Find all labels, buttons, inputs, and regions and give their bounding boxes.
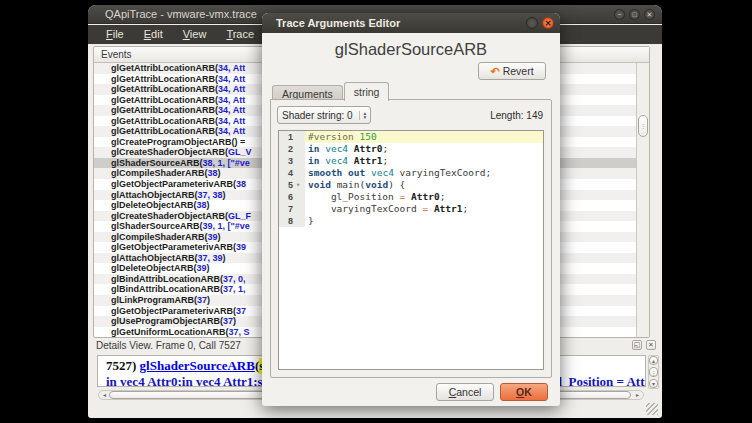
token-kw: smooth (308, 167, 342, 178)
event-close-paren: ) (207, 295, 210, 305)
fold-gutter (296, 167, 305, 179)
dialog-titlebar[interactable]: Trace Arguments Editor ✕ (262, 13, 560, 33)
event-close-paren: ) (233, 316, 236, 326)
dialog-title: Trace Arguments Editor (276, 17, 400, 29)
event-function-name: glCreateShaderObjectARB (111, 147, 225, 157)
call-function-link[interactable]: glShaderSourceARB (140, 358, 255, 373)
shader-string-spinner[interactable]: Shader string: 0 ▴▾ (277, 106, 371, 124)
line-number: 7 (279, 203, 296, 215)
code-line: 7 varyingTexCoord = Attr1; (279, 203, 543, 215)
token-num: 150 (360, 131, 377, 142)
event-function-name: glGetAttribLocationARB (111, 126, 215, 136)
menu-edit[interactable]: Edit (134, 25, 173, 44)
event-close-paren: ) (223, 190, 226, 200)
event-function-name: glBindAttribLocationARB (111, 284, 220, 294)
maximize-icon[interactable]: □ (629, 9, 640, 20)
tab-string[interactable]: string (344, 82, 390, 101)
fold-gutter (296, 155, 305, 167)
argument-tabs: Argumentsstring (272, 82, 390, 100)
shader-source-editor[interactable]: 1#version 1502in vec4 Attr0;3in vec4 Att… (278, 130, 544, 370)
minimize-icon[interactable]: − (614, 9, 625, 20)
menu-trace[interactable]: Trace (216, 25, 264, 44)
line-number: 1 (279, 131, 296, 143)
event-arguments: 37, S (229, 327, 250, 337)
dialog-close-icon[interactable]: ✕ (542, 17, 554, 29)
menu-file[interactable]: File (96, 25, 134, 44)
token-pl: ; (440, 191, 446, 202)
scroll-left-icon[interactable]: ◂ (100, 391, 109, 399)
code-line: 6 gl_Position = Attr0; (279, 191, 543, 203)
event-function-name: glDeleteObjectARB (111, 263, 194, 273)
function-name-heading: glShaderSourceARB (262, 40, 560, 59)
event-arguments: 34, Att (218, 84, 245, 94)
undo-arrow-icon: ↶ (490, 65, 499, 78)
event-arguments: 39 (197, 263, 207, 273)
token-kw: in (308, 155, 319, 166)
dock-close-icon[interactable]: ✕ (646, 340, 656, 350)
event-arguments: 37 (223, 316, 233, 326)
details-vscroll-thumb[interactable]: ⋮ (649, 367, 658, 377)
window-resize-grip[interactable] (646, 403, 658, 415)
token-ty: vec4 (371, 167, 394, 178)
event-function-name: glGetUniformLocationARB (111, 327, 226, 337)
code-line: 1#version 150 (279, 131, 543, 143)
event-arguments: GL_V (228, 147, 252, 157)
dock-float-icon[interactable]: ◱ (632, 340, 642, 350)
window-controls: −□✕ (614, 9, 655, 20)
code-line: 5▾void main(void) { (279, 179, 543, 191)
token-ty: vec4 (325, 143, 348, 154)
event-arguments: GL_F (228, 211, 251, 221)
events-scrollbar-thumb[interactable]: ⋮ (638, 115, 648, 137)
revert-button-label: Revert (503, 65, 534, 77)
token-kw: out (348, 167, 365, 178)
event-function-name: glShaderSourceARB (111, 158, 200, 168)
code-text: in vec4 Attr0; (305, 143, 543, 155)
line-number: 2 (279, 143, 296, 155)
token-pl: varyingTexCoord (331, 203, 417, 214)
token-id: Attr1 (434, 203, 463, 214)
event-function-name: glGetAttribLocationARB (111, 63, 215, 73)
token-id: Attr0 (354, 143, 383, 154)
event-function-name: glUseProgramObjectARB (111, 316, 220, 326)
token-pl: } (308, 215, 314, 226)
event-function-name: glGetAttribLocationARB (111, 74, 215, 84)
ok-button[interactable]: OK (500, 383, 548, 401)
events-header-label: Events (101, 49, 132, 60)
fold-gutter (296, 203, 305, 215)
fold-gutter (296, 143, 305, 155)
token-pl: varyingTexCoord (400, 167, 486, 178)
cancel-button[interactable]: Cancel (436, 383, 494, 401)
event-function-name: glCompileShaderARB (111, 232, 205, 242)
code-text: in vec4 Attr1; (305, 155, 543, 167)
scroll-down-icon[interactable]: ▾ (649, 379, 658, 388)
shader-string-spinner-value: Shader string: 0 (282, 110, 359, 121)
event-close-paren: ) (218, 168, 221, 178)
token-kw: void (365, 179, 388, 190)
code-text: void main(void) { (305, 179, 543, 191)
token-pl: ; (485, 167, 491, 178)
code-line: 3in vec4 Attr1; (279, 155, 543, 167)
spinner-arrows-icon[interactable]: ▴▾ (359, 111, 367, 120)
scroll-up-icon[interactable]: ▴ (649, 356, 658, 365)
dialog-maximize-icon[interactable] (526, 17, 538, 29)
token-kw: in (308, 143, 319, 154)
revert-button[interactable]: ↶ Revert (478, 62, 546, 80)
line-number: 3 (279, 155, 296, 167)
details-dock-buttons: ◱✕ (632, 340, 656, 350)
event-arguments: 34, Att (218, 74, 245, 84)
event-function-name: glLinkProgramARB (111, 295, 194, 305)
event-function-name: glGetAttribLocationARB (111, 116, 215, 126)
details-vertical-scrollbar[interactable]: ▴ ⋮ ▾ (648, 355, 659, 389)
code-line: 4smooth out vec4 varyingTexCoord; (279, 167, 543, 179)
fold-marker-icon[interactable]: ▾ (296, 179, 305, 191)
details-dock-title: Details View. Frame 0, Call 7527 (96, 340, 241, 351)
scroll-right-icon[interactable]: ▸ (633, 391, 642, 399)
event-function-name: glGetAttribLocationARB (111, 84, 215, 94)
code-text: smooth out vec4 varyingTexCoord; (305, 167, 543, 179)
menu-view[interactable]: View (173, 25, 217, 44)
close-icon[interactable]: ✕ (644, 9, 655, 20)
event-function-name: glCreateShaderObjectARB (111, 211, 225, 221)
event-arguments: 39 (236, 242, 246, 252)
trace-arguments-editor-dialog: Trace Arguments Editor ✕ glShaderSourceA… (262, 13, 560, 406)
events-vertical-scrollbar[interactable]: ⋮ (636, 63, 649, 337)
